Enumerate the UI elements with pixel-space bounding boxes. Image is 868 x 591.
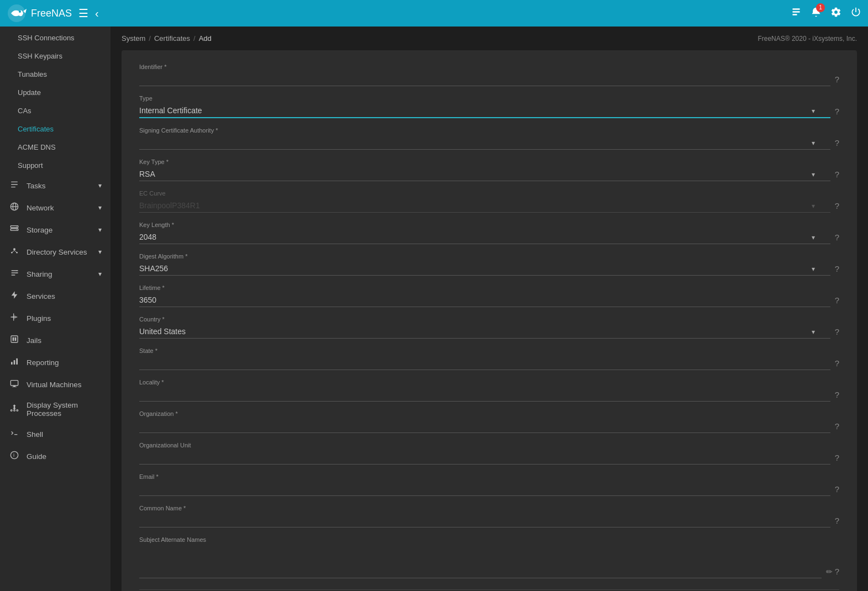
sidebar-item-cas[interactable]: CAs (0, 102, 111, 120)
org-unit-input[interactable] (139, 451, 830, 465)
vm-nav-icon (9, 379, 20, 390)
identifier-help-icon[interactable]: ? (835, 75, 839, 84)
lifetime-input[interactable] (139, 293, 830, 307)
digest-algorithm-help-icon[interactable]: ? (835, 264, 839, 273)
key-length-select[interactable]: 1024 2048 4096 (139, 230, 830, 244)
san-edit-icon[interactable]: ✏ (826, 567, 833, 576)
breadcrumb-certificates[interactable]: Certificates (154, 34, 190, 43)
organization-label: Organization * (139, 410, 839, 417)
identifier-input[interactable] (139, 72, 830, 86)
breadcrumb-sep1: / (149, 34, 151, 43)
sidebar-label-vm: Virtual Machines (27, 381, 102, 389)
topbar: FreeNAS ☰ ‹ 1 (0, 0, 868, 27)
sidebar-label-processes: Display System Processes (27, 401, 102, 418)
sidebar-item-network[interactable]: Network ▾ (0, 197, 111, 219)
sidebar-item-update[interactable]: Update (0, 83, 111, 102)
svg-rect-27 (14, 360, 15, 365)
content-area: System / Certificates / Add FreeNAS® 202… (111, 27, 868, 591)
tasks-arrow-icon: ▾ (98, 182, 102, 189)
sidebar-item-virtual-machines[interactable]: Virtual Machines (0, 373, 111, 395)
san-help-icon[interactable]: ? (835, 567, 839, 576)
sidebar-item-jails[interactable]: Jails (0, 329, 111, 351)
state-help-icon[interactable]: ? (835, 358, 839, 368)
svg-text:i: i (13, 452, 14, 458)
locality-input[interactable] (139, 388, 830, 402)
svg-rect-25 (15, 337, 17, 341)
lifetime-label: Lifetime * (139, 284, 839, 291)
key-length-label: Key Length * (139, 221, 839, 228)
sidebar-item-storage[interactable]: Storage ▾ (0, 219, 111, 241)
sidebar-item-support[interactable]: Support (0, 156, 111, 175)
ec-curve-select[interactable]: BrainpoolP384R1 (139, 199, 830, 213)
country-select[interactable]: United States Canada United Kingdom Germ… (139, 325, 830, 339)
digest-algorithm-select[interactable]: SHA1 SHA224 SHA256 SHA384 SHA512 (139, 262, 830, 276)
sidebar-item-acme-dns[interactable]: ACME DNS (0, 138, 111, 156)
sidebar-item-ssh-connections[interactable]: SSH Connections (0, 29, 111, 47)
sidebar-item-shell[interactable]: Shell (0, 423, 111, 445)
key-type-field-row: Key Type * RSA EC ▾ ? (139, 159, 839, 181)
type-help-icon[interactable]: ? (835, 107, 839, 116)
type-select[interactable]: Internal Certificate Imported Certificat… (139, 104, 830, 118)
svg-rect-30 (13, 386, 15, 387)
tasks-icon[interactable] (791, 7, 802, 20)
email-label: Email * (139, 473, 839, 480)
common-name-label: Common Name * (139, 505, 839, 511)
sidebar-item-directory-services[interactable]: Directory Services ▾ (0, 241, 111, 263)
svg-rect-11 (10, 226, 18, 228)
common-name-help-icon[interactable]: ? (835, 516, 839, 525)
common-name-input[interactable] (139, 514, 830, 527)
sidebar-label-network: Network (27, 204, 92, 212)
identifier-label: Identifier * (139, 64, 839, 70)
state-input[interactable] (139, 356, 830, 370)
sidebar-item-ssh-keypairs[interactable]: SSH Keypairs (0, 47, 111, 65)
signing-ca-select[interactable] (139, 136, 830, 150)
sidebar-item-sharing[interactable]: Sharing ▾ (0, 263, 111, 285)
logo: FreeNAS (7, 3, 72, 23)
power-icon[interactable] (850, 7, 861, 20)
ec-curve-help-icon[interactable]: ? (835, 201, 839, 210)
organization-help-icon[interactable]: ? (835, 421, 839, 431)
sidebar-label-directory: Directory Services (27, 248, 92, 256)
sidebar-item-tasks[interactable]: Tasks ▾ (0, 175, 111, 197)
signing-ca-help-icon[interactable]: ? (835, 138, 839, 147)
svg-point-14 (16, 229, 17, 230)
country-label: Country * (139, 316, 839, 323)
sidebar-item-plugins[interactable]: Plugins (0, 307, 111, 329)
email-help-icon[interactable]: ? (835, 484, 839, 494)
org-unit-help-icon[interactable]: ? (835, 453, 839, 462)
breadcrumb-left: System / Certificates / Add (122, 34, 212, 43)
locality-help-icon[interactable]: ? (835, 390, 839, 399)
locality-field-row: Locality * ? (139, 379, 839, 402)
svg-point-33 (14, 410, 15, 411)
key-type-help-icon[interactable]: ? (835, 170, 839, 179)
plugins-nav-icon (9, 313, 20, 324)
sidebar-item-tunables[interactable]: Tunables (0, 65, 111, 83)
type-label: Type (139, 95, 839, 102)
sidebar-item-services[interactable]: Services (0, 285, 111, 307)
sidebar-item-display-system-processes[interactable]: Display System Processes (0, 395, 111, 423)
notifications-icon[interactable]: 1 (811, 7, 822, 20)
svg-rect-2 (792, 8, 799, 10)
san-field-row: Subject Alternate Names ✏ ? (139, 536, 839, 578)
svg-rect-26 (11, 362, 13, 365)
brand-name: FreeNAS (31, 8, 72, 19)
key-length-help-icon[interactable]: ? (835, 233, 839, 242)
organization-input[interactable] (139, 419, 830, 433)
key-type-select[interactable]: RSA EC (139, 167, 830, 181)
lifetime-field-row: Lifetime * ? (139, 284, 839, 307)
sidebar-item-certificates[interactable]: Certificates (0, 120, 111, 138)
svg-point-15 (13, 248, 15, 250)
breadcrumb-system[interactable]: System (122, 34, 145, 43)
sidebar-item-guide[interactable]: i Guide (0, 445, 111, 467)
back-icon[interactable]: ‹ (95, 7, 99, 20)
sidebar-label-guide: Guide (27, 452, 102, 461)
svg-rect-3 (792, 11, 799, 13)
lifetime-help-icon[interactable]: ? (835, 296, 839, 305)
email-input[interactable] (139, 482, 830, 496)
sidebar-label-reporting: Reporting (27, 358, 102, 367)
hamburger-icon[interactable]: ☰ (78, 7, 88, 20)
settings-icon[interactable] (830, 7, 841, 20)
country-help-icon[interactable]: ? (835, 327, 839, 336)
san-textarea[interactable] (139, 545, 822, 578)
sidebar-item-reporting[interactable]: Reporting (0, 351, 111, 373)
